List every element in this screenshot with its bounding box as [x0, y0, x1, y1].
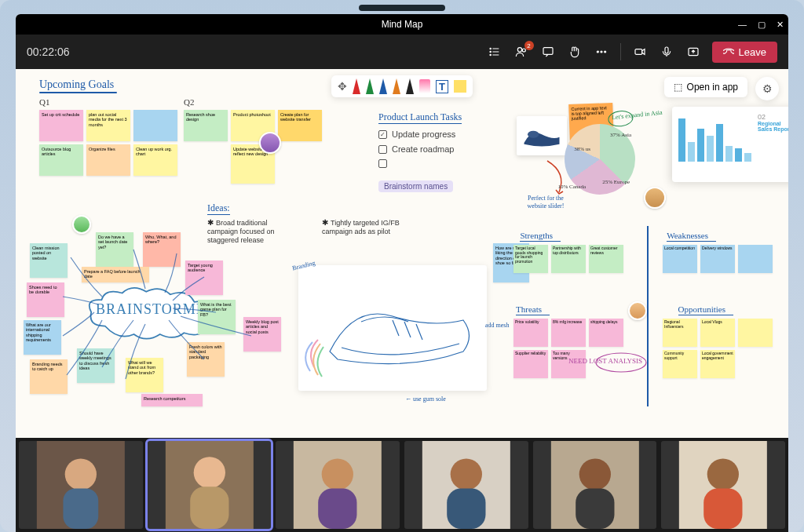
pen-orange[interactable]	[393, 78, 400, 94]
sticky-note[interactable]: Clean mission posted on website	[30, 243, 68, 278]
participant-tile[interactable]	[276, 441, 400, 529]
sticky-note[interactable]: Who, What, and where?	[143, 232, 181, 267]
sticky-note[interactable]: Local Vlogs	[700, 319, 735, 347]
sticky-note[interactable]: Community support	[663, 350, 697, 378]
sticky-note[interactable]: What is the best game plan for FB?	[198, 300, 236, 334]
bar	[688, 142, 695, 162]
sticky-note[interactable]: Target local goods shopping for launch p…	[513, 245, 548, 273]
svg-rect-25	[319, 488, 357, 529]
sticky-note[interactable]	[133, 110, 177, 141]
chart-card[interactable]: 02 Regional Sales Report	[672, 107, 788, 182]
participant-tile[interactable]	[404, 441, 528, 529]
checkbox-icon[interactable]	[378, 145, 387, 154]
task-item[interactable]: Create roadmap	[378, 144, 462, 154]
sticky-note[interactable]: Target young audience	[185, 261, 223, 295]
q1-label: Q1	[39, 97, 49, 107]
sticky-note[interactable]: 8% mfg increase	[551, 319, 586, 347]
pen-green[interactable]	[366, 78, 374, 94]
user-avatar[interactable]	[259, 132, 281, 154]
user-avatar[interactable]	[644, 187, 666, 209]
sticky-note[interactable]: Create plan for website transfer	[278, 110, 322, 141]
participant-tile[interactable]	[19, 441, 143, 529]
task-item[interactable]	[378, 159, 462, 168]
idea-item: ✱Tightly targeted IG/FB campaign ads as …	[322, 218, 416, 236]
sticky-note[interactable]: Partnership with top distributors	[551, 245, 586, 273]
sticky-note[interactable]: Great customer reviews	[589, 245, 623, 273]
more-icon[interactable]	[594, 44, 609, 60]
sticky-note[interactable]: Local government engagement	[700, 350, 735, 378]
camera-icon[interactable]	[632, 44, 648, 60]
chart-title: Regional Sales Report	[758, 121, 788, 132]
sticky-note[interactable]: Delivery windows	[700, 245, 735, 273]
chat-icon[interactable]	[540, 44, 556, 60]
pen-red[interactable]	[353, 78, 360, 94]
chart-number: 02	[758, 113, 788, 121]
meeting-timer: 00:22:06	[27, 46, 476, 58]
sticky-note[interactable]: What will we stand out from other brands…	[126, 358, 163, 392]
svg-point-21	[193, 457, 225, 488]
close-button[interactable]: ✕	[777, 20, 784, 30]
sticky-note[interactable]: Local competition	[663, 245, 697, 273]
eraser-tool[interactable]	[419, 79, 430, 93]
sticky-note[interactable]: Fresh colors with standard packaging	[187, 342, 225, 377]
minimize-button[interactable]: —	[738, 20, 747, 29]
sticky-note[interactable]: Branding needs to catch up	[30, 359, 68, 394]
sticky-note[interactable]: shipping delays	[589, 319, 623, 347]
settings-button[interactable]: ⚙	[755, 77, 779, 100]
sticky-note[interactable]: Research competitors	[141, 394, 203, 406]
sticky-note[interactable]: Clean up work org. chart	[133, 144, 177, 176]
text-tool-icon[interactable]: T	[436, 80, 448, 93]
bar	[716, 124, 723, 162]
pen-blue[interactable]	[379, 78, 387, 94]
sticky-note[interactable]	[738, 245, 773, 273]
open-in-app-button[interactable]: ⬚ Open in app	[664, 77, 747, 97]
brainstorm-pill[interactable]: Brainstorm names	[378, 180, 453, 192]
sticky-note[interactable]: Prepare a FAQ before launch date	[82, 267, 149, 282]
leave-label: Leave	[739, 46, 766, 58]
people-icon[interactable]: 2	[513, 44, 529, 60]
share-icon[interactable]	[685, 44, 701, 60]
sticky-note[interactable]: Should have weekly meetings to discuss f…	[77, 348, 115, 383]
sticky-note[interactable]: Regional Influencers	[663, 319, 697, 347]
sticky-note-tool-icon[interactable]	[454, 80, 466, 93]
maximize-button[interactable]: ▢	[758, 20, 766, 30]
sticky-note[interactable]: Shoes need to be durable	[27, 282, 64, 317]
user-avatar[interactable]	[628, 301, 647, 320]
sticky-note[interactable]: Supplier reliability	[513, 350, 548, 378]
circle-annotation-icon	[594, 352, 649, 373]
sticky-note[interactable]: Price volatility	[513, 319, 548, 347]
sticky-note[interactable]: Organize files	[86, 144, 130, 176]
move-tool-icon[interactable]: ✥	[338, 80, 347, 93]
shoe-sketch[interactable]	[298, 265, 487, 391]
list-icon[interactable]	[487, 44, 502, 60]
sticky-note[interactable]: Set up crit schedule	[39, 110, 83, 141]
svg-rect-31	[576, 488, 614, 529]
shoe-photo[interactable]	[517, 116, 567, 155]
mic-icon[interactable]	[659, 44, 674, 60]
svg-point-18	[65, 458, 97, 490]
checkbox-checked-icon[interactable]: ✓	[378, 130, 387, 139]
sticky-note[interactable]: What are our international shipping requ…	[24, 320, 61, 355]
bar	[707, 136, 714, 162]
svg-point-27	[451, 458, 482, 490]
sticky-note[interactable]: plan out social media for the next 3 mon…	[86, 110, 130, 141]
sticky-note[interactable]: Outsource blog articles	[39, 144, 83, 176]
task-item[interactable]: ✓Update progress	[378, 129, 462, 139]
participant-tile[interactable]	[661, 441, 785, 529]
task-checklist: Product Launch Tasks ✓Update progress Cr…	[378, 111, 462, 173]
leave-button[interactable]: Leave	[712, 42, 777, 63]
sticky-note[interactable]: Do we have a set launch date yet?	[96, 232, 133, 267]
sticky-note[interactable]	[738, 319, 773, 347]
whiteboard-canvas[interactable]: ✥ T ⬚ Open in app ⚙ Upcoming Goals Q1 Q2	[16, 69, 788, 438]
svg-rect-22	[190, 486, 228, 529]
sticky-note[interactable]: Research shoe design	[184, 110, 228, 141]
raise-hand-icon[interactable]	[567, 44, 583, 60]
checkbox-icon[interactable]	[378, 159, 387, 168]
user-avatar[interactable]	[72, 215, 91, 234]
sticky-note[interactable]: Weekly blog post articles and social pos…	[243, 317, 281, 352]
participant-tile-active[interactable]	[148, 441, 272, 529]
pen-black[interactable]	[406, 78, 414, 94]
bar	[697, 129, 704, 162]
participant-tile[interactable]	[533, 441, 657, 529]
meeting-toolbar: 00:22:06 2 Leave	[16, 35, 788, 69]
